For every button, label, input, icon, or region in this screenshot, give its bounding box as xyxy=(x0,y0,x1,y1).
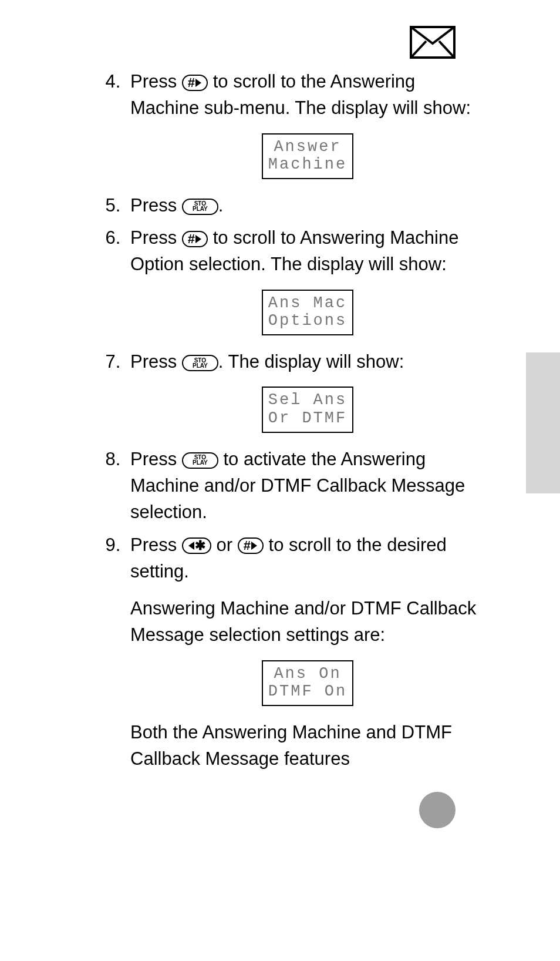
lcd-display: Ans Mac Options xyxy=(262,290,353,335)
step-5: Press STO PLAY . xyxy=(126,192,485,219)
lcd-line-2: Or DTMF xyxy=(268,409,347,427)
step-7-text-post: . The display will show: xyxy=(218,351,404,372)
step-8-text-pre: Press xyxy=(130,449,182,469)
step-9-para-2: Answering Machine and/or DTMF Callback M… xyxy=(130,595,485,648)
lcd-display: Answer Machine xyxy=(262,133,353,179)
left-arrow-icon xyxy=(188,542,194,550)
hash-right-key-icon: # xyxy=(182,75,208,91)
step-4: Press # to scroll to the Answering Machi… xyxy=(126,68,485,179)
step-9-text-pre: Press xyxy=(130,535,182,555)
step-7: Press STO PLAY . The display will show: … xyxy=(126,348,485,433)
sto-play-key-icon: STO PLAY xyxy=(182,199,218,215)
lcd-line-2: Options xyxy=(268,312,347,330)
key-symbol: # xyxy=(244,539,251,552)
step-6-text-pre: Press xyxy=(130,227,182,248)
lcd-display: Sel Ans Or DTMF xyxy=(262,387,353,432)
step-9-para-3: Both the Answering Machine and DTMF Call… xyxy=(130,719,485,772)
step-9-text-mid: or xyxy=(216,535,237,555)
step-4-text-pre: Press xyxy=(130,71,182,92)
hash-right-key-icon: # xyxy=(182,231,208,247)
step-5-text-post: . xyxy=(218,195,224,216)
step-6: Press # to scroll to Answering Machine O… xyxy=(126,224,485,335)
lcd-line-1: Ans Mac xyxy=(268,294,347,312)
step-7-text-pre: Press xyxy=(130,351,182,372)
hash-right-key-icon: # xyxy=(238,537,264,554)
key-symbol: ✱ xyxy=(195,539,205,552)
step-9: Press ✱ or # to scroll to the desired se… xyxy=(126,532,485,772)
right-arrow-icon xyxy=(251,542,257,550)
key-symbol: # xyxy=(188,233,195,246)
lcd-line-2: DTMF On xyxy=(268,683,347,700)
key-label-bottom: PLAY xyxy=(193,460,208,465)
section-tab xyxy=(526,352,560,493)
step-5-text-pre: Press xyxy=(130,195,182,216)
instruction-list: Press # to scroll to the Answering Machi… xyxy=(94,68,485,778)
key-label-bottom: PLAY xyxy=(193,206,208,211)
right-arrow-icon xyxy=(195,79,201,87)
lcd-line-1: Ans On xyxy=(274,665,341,683)
lcd-line-1: Sel Ans xyxy=(268,391,347,409)
right-arrow-icon xyxy=(195,235,201,243)
step-8: Press STO PLAY to activate the Answering… xyxy=(126,446,485,526)
manual-page: Press # to scroll to the Answering Machi… xyxy=(0,0,560,961)
key-label-bottom: PLAY xyxy=(193,363,208,368)
page-number-dot xyxy=(419,792,456,828)
sto-play-key-icon: STO PLAY xyxy=(182,452,218,469)
left-star-key-icon: ✱ xyxy=(182,537,211,554)
key-symbol: # xyxy=(188,76,195,89)
sto-play-key-icon: STO PLAY xyxy=(182,355,218,371)
lcd-display: Ans On DTMF On xyxy=(262,660,353,706)
lcd-line-2: Machine xyxy=(268,156,347,173)
envelope-icon xyxy=(410,26,456,59)
lcd-line-1: Answer xyxy=(274,138,341,156)
